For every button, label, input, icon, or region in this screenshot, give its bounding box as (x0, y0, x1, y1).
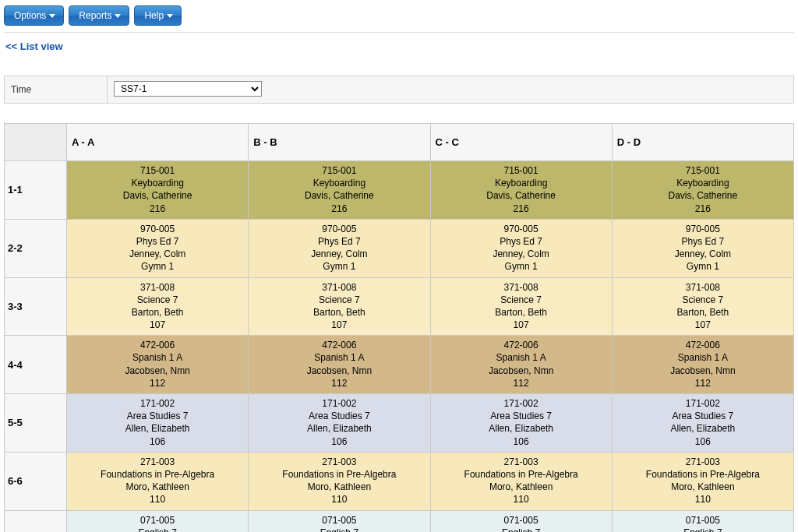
cell-code: 271-003 (434, 456, 609, 468)
cell-room: 110 (434, 493, 609, 506)
col-header: C - C (430, 124, 612, 161)
cell-teacher: Allen, Elizabeth (616, 422, 790, 435)
cell-teacher: Jenney, Colm (70, 248, 245, 260)
cell-course: Spanish 1 A (616, 351, 790, 364)
schedule-cell[interactable]: 071-005English 7Conley, Emma109 (612, 510, 793, 532)
cell-course: English 7 (616, 527, 790, 532)
cell-room: 112 (252, 377, 426, 389)
cell-room: 112 (434, 377, 609, 389)
cell-code: 171-002 (70, 397, 245, 410)
row-header: 5-5 (5, 394, 67, 453)
help-menu-button[interactable]: Help (134, 5, 182, 26)
cell-course: English 7 (252, 527, 426, 532)
schedule-cell[interactable]: 715-001KeyboardingDavis, Catherine216 (430, 161, 612, 220)
cell-room: 216 (616, 203, 790, 215)
chevron-down-icon (115, 14, 121, 18)
cell-code: 970-005 (616, 223, 790, 235)
help-menu-label: Help (144, 10, 164, 21)
schedule-cell[interactable]: 271-003Foundations in Pre-AlgebraMoro, K… (430, 452, 612, 510)
filter-bar: Time SS7-1 (4, 76, 794, 104)
row-header: 4-4 (5, 336, 67, 394)
schedule-cell[interactable]: 371-008Science 7Barton, Beth107 (67, 277, 249, 336)
cell-teacher: Moro, Kathleen (434, 481, 609, 493)
schedule-cell[interactable]: 171-002Area Studies 7Allen, Elizabeth106 (67, 394, 249, 453)
schedule-cell[interactable]: 970-005Phys Ed 7Jenney, ColmGymn 1 (612, 219, 793, 277)
cell-code: 071-005 (252, 514, 426, 527)
schedule-cell[interactable]: 371-008Science 7Barton, Beth107 (430, 277, 612, 336)
options-menu-button[interactable]: Options (4, 5, 64, 26)
schedule-cell[interactable]: 715-001KeyboardingDavis, Catherine216 (612, 161, 793, 220)
cell-teacher: Jacobsen, Nmn (70, 365, 245, 377)
schedule-cell[interactable]: 715-001KeyboardingDavis, Catherine216 (249, 161, 430, 220)
schedule-cell[interactable]: 472-006Spanish 1 AJacobsen, Nmn112 (249, 336, 430, 394)
cell-code: 970-005 (434, 223, 609, 235)
schedule-cell[interactable]: 371-008Science 7Barton, Beth107 (612, 277, 793, 336)
schedule-cell[interactable]: 472-006Spanish 1 AJacobsen, Nmn112 (67, 336, 249, 394)
schedule-cell[interactable]: 715-001KeyboardingDavis, Catherine216 (67, 161, 249, 220)
cell-code: 371-008 (434, 281, 609, 294)
cell-teacher: Jacobsen, Nmn (434, 365, 609, 377)
row-header: 6-6 (5, 452, 67, 510)
filter-select-wrap: SS7-1 (108, 76, 793, 103)
schedule-cell[interactable]: 970-005Phys Ed 7Jenney, ColmGymn 1 (67, 219, 249, 277)
cell-course: Science 7 (70, 294, 245, 306)
cell-course: Science 7 (434, 294, 609, 306)
list-view-link[interactable]: << List view (5, 41, 63, 52)
cell-code: 970-005 (70, 223, 245, 235)
cell-code: 472-006 (616, 339, 790, 351)
schedule-cell[interactable]: 171-002Area Studies 7Allen, Elizabeth106 (430, 394, 612, 453)
cell-course: Phys Ed 7 (252, 235, 426, 248)
cell-room: 110 (70, 493, 245, 506)
row-header: 7-7 (5, 510, 67, 532)
cell-teacher: Allen, Elizabeth (70, 422, 245, 435)
schedule-cell[interactable]: 472-006Spanish 1 AJacobsen, Nmn112 (612, 336, 793, 394)
schedule-cell[interactable]: 271-003Foundations in Pre-AlgebraMoro, K… (249, 452, 430, 510)
cell-room: Gymn 1 (434, 260, 609, 273)
row-header: 3-3 (5, 277, 67, 336)
schedule-cell[interactable]: 171-002Area Studies 7Allen, Elizabeth106 (249, 394, 430, 453)
schedule-cell[interactable]: 271-003Foundations in Pre-AlgebraMoro, K… (612, 452, 793, 510)
time-select[interactable]: SS7-1 (114, 81, 262, 97)
schedule-row: 5-5171-002Area Studies 7Allen, Elizabeth… (5, 394, 794, 453)
schedule-cell[interactable]: 071-005English 7Conley, Emma109 (67, 510, 249, 532)
schedule-table: A - A B - B C - C D - D 1-1715-001Keyboa… (4, 123, 794, 532)
schedule-row: 3-3371-008Science 7Barton, Beth107371-00… (5, 277, 794, 336)
schedule-cell[interactable]: 970-005Phys Ed 7Jenney, ColmGymn 1 (430, 219, 612, 277)
cell-code: 472-006 (252, 339, 426, 351)
cell-course: Phys Ed 7 (616, 235, 790, 248)
schedule-cell[interactable]: 472-006Spanish 1 AJacobsen, Nmn112 (430, 336, 612, 394)
col-header: D - D (612, 124, 793, 161)
cell-course: Area Studies 7 (616, 410, 790, 422)
cell-code: 071-005 (616, 514, 790, 527)
schedule-cell[interactable]: 071-005English 7Conley, Emma109 (430, 510, 612, 532)
schedule-cell[interactable]: 970-005Phys Ed 7Jenney, ColmGymn 1 (249, 219, 430, 277)
cell-code: 715-001 (616, 164, 790, 177)
cell-code: 970-005 (252, 223, 426, 235)
filter-label-time: Time (5, 76, 108, 103)
cell-room: 216 (252, 203, 426, 215)
cell-teacher: Moro, Kathleen (616, 481, 790, 493)
cell-code: 271-003 (252, 456, 426, 468)
cell-course: Foundations in Pre-Algebra (70, 468, 245, 481)
cell-room: 107 (252, 319, 426, 331)
schedule-header-row: A - A B - B C - C D - D (5, 124, 794, 161)
reports-menu-button[interactable]: Reports (69, 5, 129, 26)
cell-course: Spanish 1 A (70, 351, 245, 364)
cell-teacher: Jenney, Colm (252, 248, 426, 260)
cell-code: 715-001 (252, 164, 426, 177)
schedule-cell[interactable]: 271-003Foundations in Pre-AlgebraMoro, K… (67, 452, 249, 510)
cell-course: Foundations in Pre-Algebra (252, 468, 426, 481)
cell-course: Keyboarding (434, 177, 609, 189)
cell-teacher: Moro, Kathleen (252, 481, 426, 493)
cell-teacher: Moro, Kathleen (70, 481, 245, 493)
schedule-cell[interactable]: 171-002Area Studies 7Allen, Elizabeth106 (612, 394, 793, 453)
cell-course: Area Studies 7 (252, 410, 426, 422)
cell-code: 271-003 (70, 456, 245, 468)
row-header: 1-1 (5, 161, 67, 220)
schedule-cell[interactable]: 371-008Science 7Barton, Beth107 (249, 277, 430, 336)
cell-course: Foundations in Pre-Algebra (616, 468, 790, 481)
cell-teacher: Barton, Beth (252, 306, 426, 319)
cell-code: 071-005 (70, 514, 245, 527)
schedule-cell[interactable]: 071-005English 7Conley, Emma109 (249, 510, 430, 532)
cell-teacher: Jenney, Colm (616, 248, 790, 260)
